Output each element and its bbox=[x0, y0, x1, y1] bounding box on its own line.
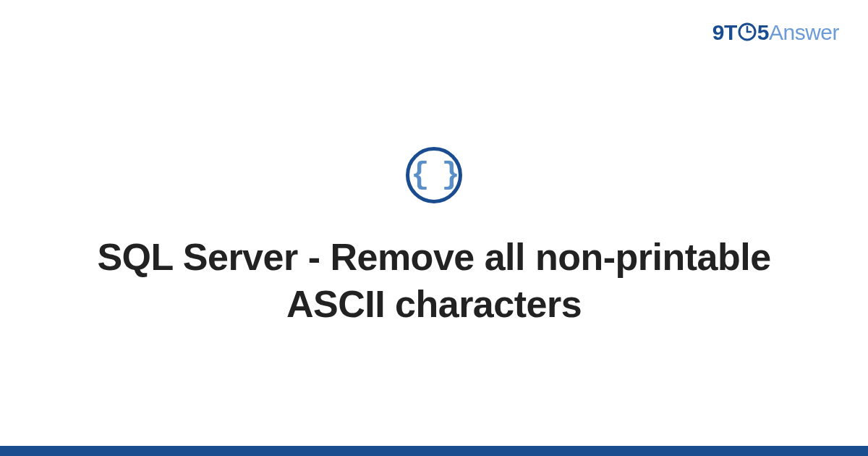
bottom-accent-bar bbox=[0, 446, 868, 456]
page-title: SQL Server - Remove all non-printable AS… bbox=[87, 234, 781, 328]
category-icon-circle: { } bbox=[406, 147, 462, 203]
main-content: { } SQL Server - Remove all non-printabl… bbox=[0, 0, 868, 446]
code-braces-icon: { } bbox=[411, 160, 457, 190]
